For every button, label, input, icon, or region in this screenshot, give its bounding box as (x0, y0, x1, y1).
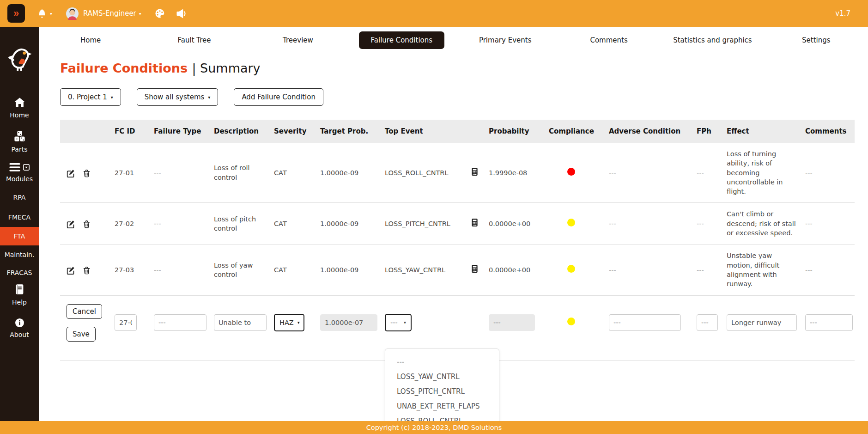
cell-adverse-condition: --- (605, 143, 693, 203)
tab-treeview[interactable]: Treeview (246, 31, 350, 49)
trash-icon (83, 169, 91, 177)
systems-filter-select[interactable]: Show all systems▾ (137, 88, 219, 106)
cell-probability: 1.9990e-08 (485, 143, 545, 203)
palette-icon (154, 8, 165, 19)
column-header-actions (60, 120, 111, 143)
column-header: Description (210, 120, 270, 143)
column-header: FPh (693, 120, 723, 143)
theme-palette-button[interactable] (154, 8, 165, 19)
cell-effect: Loss of turning ability, risk of becomin… (723, 143, 801, 203)
calculator-icon (471, 218, 479, 227)
tab-settings[interactable]: Settings (765, 31, 868, 49)
column-header: Target Prob. (316, 120, 381, 143)
column-header: Severity (270, 120, 316, 143)
chevron-down-icon: ▾ (50, 11, 52, 16)
cell-fc-id: 27-02 (111, 203, 150, 245)
sidebar-item-label: Help (12, 299, 27, 306)
edit-row-button[interactable] (67, 220, 75, 228)
cell-effect: Unstable yaw motion, difficult alignment… (723, 245, 801, 295)
save-button[interactable]: Save (67, 327, 96, 342)
fc-id-input[interactable] (115, 314, 137, 331)
sidebar-item-help[interactable]: Help (0, 284, 39, 306)
cell-comments: --- (801, 143, 855, 203)
sidebar-item-fmeca[interactable]: FMECA (0, 214, 39, 221)
sidebar-item-label: FMECA (8, 214, 30, 221)
calculator-button[interactable] (471, 218, 479, 229)
copyright-text: Copyright (c) 2018-2023, DMD Solutions (366, 424, 502, 431)
chevron-down-icon: ▾ (139, 11, 141, 16)
delete-row-button[interactable] (83, 266, 91, 275)
cell-probability: 0.0000e+00 (485, 203, 545, 245)
page-title: Failure Conditions | Summary (60, 61, 868, 75)
cell-severity: CAT (270, 203, 316, 245)
notifications-button[interactable]: ▾ (37, 8, 52, 18)
delete-row-button[interactable] (83, 220, 91, 228)
dropdown-box-icon (23, 164, 30, 172)
sidebar-item-rpa[interactable]: RPA (0, 194, 39, 201)
sidebar-item-label: Modules (6, 175, 33, 183)
app-logo (6, 45, 32, 73)
dropdown-option[interactable]: LOSS_YAW_CNTRL (385, 369, 499, 384)
column-header: Compliance (545, 120, 605, 143)
announcements-button[interactable] (176, 8, 187, 19)
description-input[interactable] (214, 314, 267, 331)
cancel-button[interactable]: Cancel (67, 304, 102, 319)
sidebar-item-label: About (10, 331, 29, 338)
table-row: 27-01 --- Loss of roll control CAT 1.000… (60, 143, 855, 203)
probability-input (489, 314, 535, 331)
top-event-select[interactable]: ---▾ (385, 314, 412, 331)
dropdown-option[interactable]: --- (385, 355, 499, 369)
app-version: v1.7 (835, 9, 850, 18)
calculator-icon (471, 167, 479, 176)
effect-input[interactable] (727, 314, 797, 331)
sidebar-item-about[interactable]: About (0, 318, 39, 338)
sidebar-item-label: Home (10, 111, 29, 119)
tab-statistics-and-graphics[interactable]: Statistics and graphics (661, 31, 764, 49)
failure-conditions-table: FC ID Failure Type Description Severity … (60, 120, 855, 361)
tab-primary-events[interactable]: Primary Events (454, 31, 557, 49)
sidebar-item-parts[interactable]: Modules Parts (0, 131, 39, 153)
sidebar-item-label: RPA (13, 194, 26, 201)
info-icon (15, 318, 24, 329)
tab-failure-conditions[interactable]: Failure Conditions (350, 31, 453, 49)
edit-row-button[interactable] (67, 266, 75, 275)
sidebar-item-fracas[interactable]: FRACAS (0, 269, 39, 276)
cell-fph: --- (693, 203, 723, 245)
project-select[interactable]: 0. Project 1▾ (60, 88, 121, 106)
user-menu[interactable]: RAMS-Engineer ▾ (66, 7, 141, 20)
fph-input[interactable] (697, 314, 718, 331)
pencil-square-icon (67, 266, 75, 275)
sidebar-item-label: Maintain. (5, 251, 35, 258)
sidebar-item-home[interactable]: Home (0, 97, 39, 119)
sidebar-item-modules[interactable]: Modules (0, 163, 39, 183)
cell-adverse-condition: --- (605, 203, 693, 245)
cell-comments: --- (801, 245, 855, 295)
dropdown-option[interactable]: LOSS_PITCH_CNTRL (385, 384, 499, 399)
cell-failure-type: --- (150, 143, 210, 203)
failure-type-input[interactable] (154, 314, 206, 331)
calculator-button[interactable] (471, 264, 479, 275)
cell-description: Loss of yaw control (210, 245, 270, 295)
edit-row-button[interactable] (67, 169, 75, 177)
tab-comments[interactable]: Comments (557, 31, 661, 49)
add-failure-condition-button[interactable]: Add Failure Condition (234, 88, 323, 106)
tab-fault-tree[interactable]: Fault Tree (142, 31, 246, 49)
sidebar-item-maintain[interactable]: Maintain. (0, 251, 39, 258)
delete-row-button[interactable] (83, 169, 91, 177)
tab-home[interactable]: Home (39, 31, 142, 49)
comments-input[interactable] (805, 314, 853, 331)
calculator-button[interactable] (471, 167, 479, 178)
column-header: FC ID (111, 120, 150, 143)
topbar: » ▾ RAMS-Engineer ▾ v1.7 (0, 0, 868, 27)
top-event-dropdown-menu: --- LOSS_YAW_CNTRL LOSS_PITCH_CNTRL UNAB… (385, 348, 499, 431)
sidebar: Home Modules Parts Modules RPA FMECA FTA… (0, 27, 39, 421)
trash-icon (83, 220, 91, 228)
cell-severity: CAT (270, 245, 316, 295)
adverse-condition-input[interactable] (609, 314, 681, 331)
dropdown-option[interactable]: UNAB_EXT_RETR_FLAPS (385, 399, 499, 414)
footer: Copyright (c) 2018-2023, DMD Solutions (0, 421, 868, 434)
toolbar: 0. Project 1▾ Show all systems▾ Add Fail… (60, 88, 868, 106)
sidebar-toggle-button[interactable]: » (7, 4, 25, 23)
severity-select[interactable]: HAZ▾ (274, 314, 304, 331)
sidebar-item-fta[interactable]: FTA (0, 227, 39, 245)
